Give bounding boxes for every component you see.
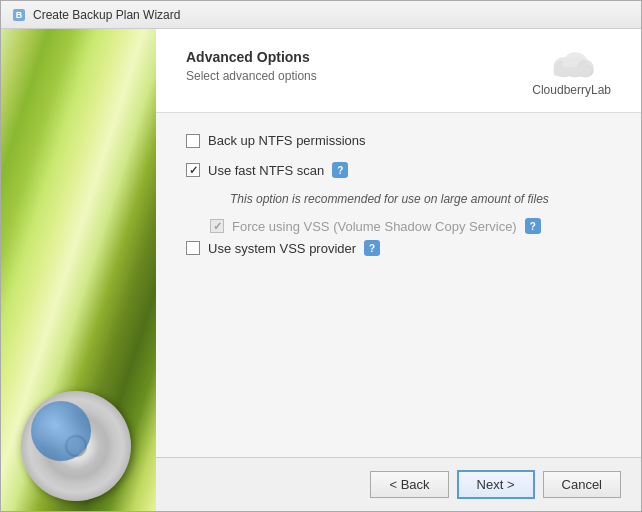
title-bar: B Create Backup Plan Wizard bbox=[1, 1, 641, 29]
footer-area: < Back Next > Cancel bbox=[156, 457, 641, 511]
right-panel: Advanced Options Select advanced options… bbox=[156, 29, 641, 511]
page-subtitle: Select advanced options bbox=[186, 69, 317, 83]
window-icon: B bbox=[11, 7, 27, 23]
header-titles: Advanced Options Select advanced options bbox=[186, 49, 317, 83]
cloudberry-logo bbox=[547, 49, 597, 79]
option-fast-ntfs-row: Use fast NTFS scan ? bbox=[186, 162, 611, 178]
option-force-vss-row: Force using VSS (Volume Shadow Copy Serv… bbox=[210, 218, 611, 234]
fast-ntfs-checkbox[interactable] bbox=[186, 163, 200, 177]
header-area: Advanced Options Select advanced options… bbox=[156, 29, 641, 113]
back-button[interactable]: < Back bbox=[370, 471, 448, 498]
svg-rect-8 bbox=[553, 67, 590, 75]
option-backup-ntfs-row: Back up NTFS permissions bbox=[186, 133, 611, 148]
fast-ntfs-description: This option is recommended for use on la… bbox=[230, 192, 549, 206]
page-title: Advanced Options bbox=[186, 49, 317, 65]
next-button[interactable]: Next > bbox=[457, 470, 535, 499]
content-area: Advanced Options Select advanced options… bbox=[1, 29, 641, 511]
force-vss-label: Force using VSS (Volume Shadow Copy Serv… bbox=[232, 219, 517, 234]
fast-ntfs-help-icon[interactable]: ? bbox=[332, 162, 348, 178]
wizard-window: B Create Backup Plan Wizard Advanced Opt… bbox=[0, 0, 642, 512]
logo-area: CloudberryLab bbox=[532, 49, 611, 97]
system-vss-help-icon[interactable]: ? bbox=[364, 240, 380, 256]
cancel-button[interactable]: Cancel bbox=[543, 471, 621, 498]
logo-text: CloudberryLab bbox=[532, 83, 611, 97]
fast-ntfs-description-row: This option is recommended for use on la… bbox=[230, 192, 611, 206]
force-vss-help-icon[interactable]: ? bbox=[525, 218, 541, 234]
system-vss-checkbox[interactable] bbox=[186, 241, 200, 255]
backup-ntfs-checkbox[interactable] bbox=[186, 134, 200, 148]
system-vss-label: Use system VSS provider bbox=[208, 241, 356, 256]
options-area: Back up NTFS permissions Use fast NTFS s… bbox=[156, 113, 641, 457]
fast-ntfs-label: Use fast NTFS scan bbox=[208, 163, 324, 178]
globe-decoration bbox=[31, 401, 91, 461]
backup-ntfs-label: Back up NTFS permissions bbox=[208, 133, 366, 148]
option-system-vss-row: Use system VSS provider ? bbox=[186, 240, 611, 256]
svg-text:B: B bbox=[16, 10, 23, 20]
force-vss-checkbox bbox=[210, 219, 224, 233]
left-panel bbox=[1, 29, 156, 511]
title-bar-text: Create Backup Plan Wizard bbox=[33, 8, 180, 22]
